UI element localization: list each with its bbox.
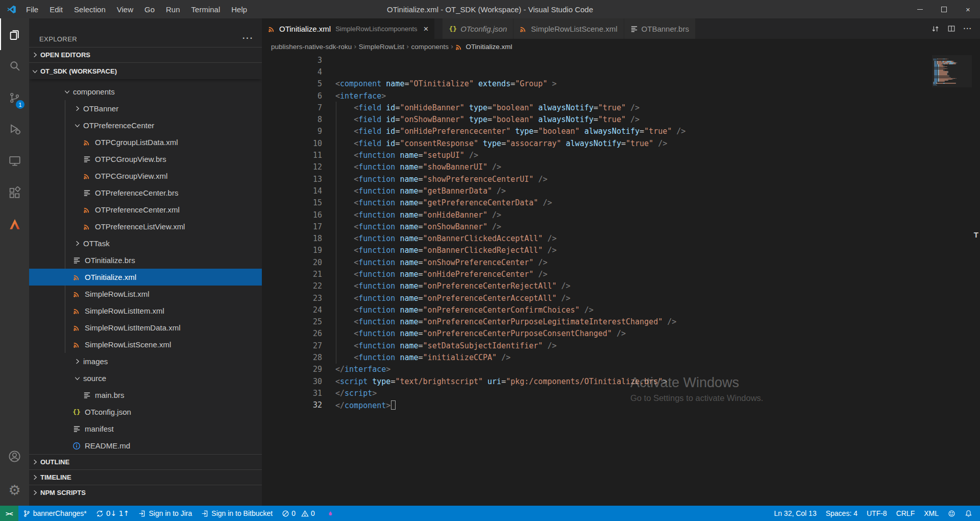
menu-help[interactable]: Help xyxy=(226,0,253,18)
breadcrumb-item[interactable]: publishers-native-sdk-roku xyxy=(271,43,352,51)
status-eol[interactable]: CRLF xyxy=(892,506,920,521)
tree-item-otpreferencecenter[interactable]: OTPreferenceCenter xyxy=(29,117,262,134)
tree-item-components[interactable]: components xyxy=(29,83,262,100)
tree-item-ottask[interactable]: OTTask xyxy=(29,235,262,252)
menu-file[interactable]: File xyxy=(20,0,44,18)
menu-edit[interactable]: Edit xyxy=(44,0,68,18)
menu-run[interactable]: Run xyxy=(160,0,186,18)
tab-otbanner-brs[interactable]: OTBanner.brs xyxy=(624,18,696,39)
tree-item-otpreferencelistview-xml[interactable]: OTPreferenceListView.xml xyxy=(29,218,262,235)
explorer-sidebar: EXPLORER ··· OPEN EDITORS OT_SDK (WORKSP… xyxy=(29,18,262,506)
line-number: 4 xyxy=(262,67,322,77)
search-icon xyxy=(8,59,21,73)
section-timeline[interactable]: TIMELINE xyxy=(29,469,262,485)
tree-item-otpcgroupview-brs[interactable]: OTPCGroupView.brs xyxy=(29,151,262,168)
tab-simplerowlistscene-xml[interactable]: SimpleRowListScene.xml xyxy=(513,18,624,39)
editor-group: OTinitialize.xmlSimpleRowList\components… xyxy=(262,18,980,506)
status-language-mode[interactable]: XML xyxy=(919,506,943,521)
status-branch[interactable]: bannerChanges* xyxy=(18,506,91,521)
tree-item-simplerowlistscene-xml[interactable]: SimpleRowListScene.xml xyxy=(29,336,262,353)
breadcrumb-item[interactable]: components xyxy=(411,43,449,51)
tree-item-manifest[interactable]: manifest xyxy=(29,420,262,437)
xml-file-icon xyxy=(72,290,81,298)
tree-item-label: SimpleRowListItemData.xml xyxy=(85,323,181,332)
tab-otinitialize-xml[interactable]: OTinitialize.xmlSimpleRowList\components… xyxy=(262,18,435,39)
activity-atlassian[interactable] xyxy=(0,208,29,240)
tree-item-label: OTBanner xyxy=(83,104,118,113)
tree-item-otconfig-json[interactable]: {}OTconfig.json xyxy=(29,404,262,420)
status-problems[interactable]: 00 xyxy=(277,506,323,521)
line-number: 12 xyxy=(262,162,322,172)
brs-file-icon xyxy=(82,155,91,163)
section-outline[interactable]: OUTLINE xyxy=(29,454,262,469)
activity-search[interactable] xyxy=(0,50,29,82)
status-sync[interactable]: 0↓ 1↑ xyxy=(91,506,134,521)
tree-item-otpcgroupview-xml[interactable]: OTPCGroupView.xml xyxy=(29,168,262,184)
line-number: 20 xyxy=(262,258,322,267)
activity-run-debug[interactable] xyxy=(0,113,29,145)
status-signin-bitbucket[interactable]: Sign in to Bitbucket xyxy=(197,506,277,521)
activity-remote-explorer[interactable] xyxy=(0,145,29,177)
tree-item-images[interactable]: images xyxy=(29,353,262,370)
error-icon xyxy=(282,510,289,517)
code-line-16: 16 <function name="onHideBanner" /> xyxy=(262,209,980,221)
minimap[interactable] xyxy=(932,55,972,87)
run-debug-icon xyxy=(8,123,21,136)
breadcrumb-item[interactable]: SimpleRowList xyxy=(359,43,404,51)
close-tab-icon[interactable]: × xyxy=(424,25,429,33)
code-line-20: 20 <function name="onShowPreferenceCente… xyxy=(262,256,980,268)
status-signin-jira[interactable]: Sign in to Jira xyxy=(134,506,197,521)
line-content: <function name="showPreferenceCenterUI" … xyxy=(335,175,547,184)
workspace-section[interactable]: OT_SDK (WORKSPACE) xyxy=(29,62,262,79)
tree-item-source[interactable]: source xyxy=(29,370,262,387)
chevron-down-icon xyxy=(72,374,82,382)
status-remote[interactable]: >< xyxy=(0,506,18,521)
tree-item-otpreferencecenter-xml[interactable]: OTPreferenceCenter.xml xyxy=(29,201,262,218)
status-cursor-position[interactable]: Ln 32, Col 13 xyxy=(769,506,821,521)
compare-changes-icon[interactable] xyxy=(927,18,943,39)
tree-item-otbanner[interactable]: OTBanner xyxy=(29,100,262,117)
activity-settings[interactable]: ⚙ xyxy=(0,474,29,506)
section-npm-scripts[interactable]: NPM SCRIPTS xyxy=(29,485,262,500)
activity-source-control[interactable]: 1 xyxy=(0,82,29,113)
menu-view[interactable]: View xyxy=(111,0,139,18)
tree-item-simplerowlist-xml[interactable]: SimpleRowList.xml xyxy=(29,286,262,302)
tree-item-otpcgrouplistdata-xml[interactable]: OTPCgroupListData.xml xyxy=(29,134,262,151)
maximize-button[interactable] xyxy=(932,0,956,18)
activity-extensions[interactable] xyxy=(0,177,29,208)
code-editor[interactable]: 345<component name="OTinitialize" extend… xyxy=(262,54,980,506)
scm-badge: 1 xyxy=(16,100,24,109)
line-number: 8 xyxy=(262,115,322,124)
tree-item-otinitialize-xml[interactable]: OTinitialize.xml xyxy=(29,269,262,286)
status-feedback[interactable] xyxy=(943,506,960,521)
tree-item-simplerowlistitemdata-xml[interactable]: SimpleRowListItemData.xml xyxy=(29,319,262,336)
tree-item-otpreferencecenter-brs[interactable]: OTPreferenceCenter.brs xyxy=(29,184,262,201)
breadcrumb-file[interactable]: OTinitialize.xml xyxy=(455,43,512,51)
tree-item-main-brs[interactable]: main.brs xyxy=(29,387,262,404)
tree-item-label: OTinitialize.xml xyxy=(85,273,136,281)
tree-item-simplerowlistitem-xml[interactable]: SimpleRowListItem.xml xyxy=(29,302,262,319)
split-editor-icon[interactable] xyxy=(943,18,960,39)
explorer-more-actions-icon[interactable]: ··· xyxy=(242,34,254,43)
status-encoding[interactable]: UTF-8 xyxy=(862,506,892,521)
tree-item-otinitialize-brs[interactable]: OTinitialize.brs xyxy=(29,252,262,269)
section-label: OUTLINE xyxy=(40,458,69,466)
line-content: <function name="onBannerClickedAcceptAll… xyxy=(335,234,557,243)
activity-explorer[interactable] xyxy=(0,18,29,50)
status-indentation[interactable]: Spaces: 4 xyxy=(821,506,862,521)
line-content: <field id="onShowBanner" type="boolean" … xyxy=(335,115,640,124)
minimize-button[interactable] xyxy=(908,0,932,18)
menu-selection[interactable]: Selection xyxy=(68,0,111,18)
activity-accounts[interactable] xyxy=(0,440,29,472)
status-notifications[interactable] xyxy=(960,506,977,521)
line-number: 7 xyxy=(262,103,322,112)
status-flame[interactable] xyxy=(323,506,338,521)
tree-item-readme-md[interactable]: README.md xyxy=(29,437,262,454)
menu-go[interactable]: Go xyxy=(139,0,160,18)
line-content: <function name="onPreferenceCenterConfir… xyxy=(335,305,594,315)
menu-terminal[interactable]: Terminal xyxy=(186,0,226,18)
more-actions-icon[interactable]: ··· xyxy=(960,18,976,39)
open-editors-section[interactable]: OPEN EDITORS xyxy=(29,47,262,62)
tab-otconfig-json[interactable]: {}OTconfig.json xyxy=(443,18,513,39)
close-button[interactable]: × xyxy=(956,0,980,18)
